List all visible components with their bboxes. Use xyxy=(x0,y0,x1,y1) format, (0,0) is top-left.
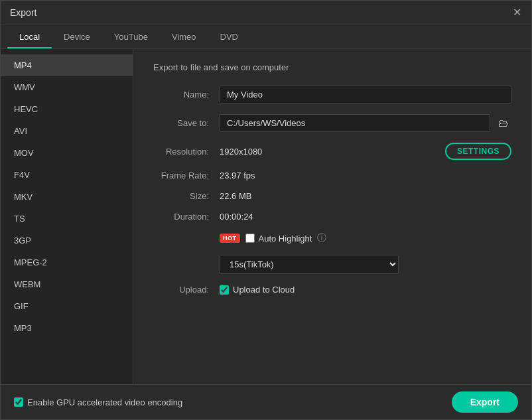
tabs-bar: Local Device YouTube Vimeo DVD xyxy=(1,25,531,49)
size-label: Size: xyxy=(153,191,220,201)
frame-rate-row: Frame Rate: 23.97 fps xyxy=(153,171,511,180)
auto-highlight-text: Auto Highlight xyxy=(259,234,312,244)
auto-highlight-row: HOT Auto Highlight ⓘ xyxy=(153,232,511,244)
gpu-encoding-text: Enable GPU accelerated video encoding xyxy=(27,397,182,407)
sidebar-item-webm[interactable]: WEBM xyxy=(1,273,133,295)
settings-button[interactable]: SETTINGS xyxy=(445,143,511,160)
dialog-title: Export xyxy=(10,7,36,18)
upload-area: Upload to Cloud xyxy=(220,285,511,295)
upload-label: Upload: xyxy=(153,285,220,295)
name-value xyxy=(220,86,511,104)
frame-rate-value: 23.97 fps xyxy=(220,171,511,180)
tab-local[interactable]: Local xyxy=(7,25,52,48)
sidebar-item-mkv[interactable]: MKV xyxy=(1,186,133,208)
auto-highlight-checkbox[interactable] xyxy=(245,234,255,243)
resolution-text: 1920x1080 xyxy=(220,147,262,157)
export-button[interactable]: Export xyxy=(452,391,518,413)
gpu-encoding-checkbox[interactable] xyxy=(14,397,23,407)
folder-button[interactable]: 🗁 xyxy=(496,116,511,131)
title-bar: Export ✕ xyxy=(1,1,531,25)
sidebar-item-wmv[interactable]: WMV xyxy=(1,76,133,98)
auto-highlight-area: HOT Auto Highlight ⓘ xyxy=(220,232,511,244)
tab-device[interactable]: Device xyxy=(52,25,102,48)
upload-cloud-checkbox[interactable] xyxy=(220,285,229,295)
sidebar-item-mov[interactable]: MOV xyxy=(1,142,133,164)
size-value: 22.6 MB xyxy=(220,191,511,201)
duration-label: Duration: xyxy=(153,212,220,222)
upload-row: Upload: Upload to Cloud xyxy=(153,285,511,295)
close-button[interactable]: ✕ xyxy=(511,7,522,18)
upload-cloud-label[interactable]: Upload to Cloud xyxy=(220,285,511,295)
gpu-encoding-label[interactable]: Enable GPU accelerated video encoding xyxy=(14,397,182,407)
tab-dvd[interactable]: DVD xyxy=(208,25,250,48)
sidebar-item-ts[interactable]: TS xyxy=(1,208,133,230)
resolution-label: Resolution: xyxy=(153,147,220,157)
sidebar-item-gif[interactable]: GIF xyxy=(1,295,133,317)
panel-title: Export to file and save on computer xyxy=(153,62,511,72)
save-to-value: 🗁 xyxy=(220,114,511,132)
sidebar: MP4 WMV HEVC AVI MOV F4V MKV TS 3GP MPEG… xyxy=(1,49,133,384)
resolution-value: 1920x1080 SETTINGS xyxy=(220,143,511,160)
sidebar-item-hevc[interactable]: HEVC xyxy=(1,98,133,120)
export-dialog: Export ✕ Local Device YouTube Vimeo DVD … xyxy=(0,0,532,420)
sidebar-item-mp3[interactable]: MP3 xyxy=(1,317,133,339)
tab-vimeo[interactable]: Vimeo xyxy=(160,25,208,48)
highlight-dropdown-row: 15s(TikTok) 30s 60s xyxy=(153,255,511,274)
size-row: Size: 22.6 MB xyxy=(153,191,511,201)
duration-row: Duration: 00:00:24 xyxy=(153,212,511,222)
save-to-label: Save to: xyxy=(153,118,220,128)
auto-highlight-checkbox-label[interactable]: Auto Highlight xyxy=(245,234,312,244)
main-panel: Export to file and save on computer Name… xyxy=(133,49,531,384)
content-area: MP4 WMV HEVC AVI MOV F4V MKV TS 3GP MPEG… xyxy=(1,49,531,384)
sidebar-item-f4v[interactable]: F4V xyxy=(1,164,133,186)
name-input[interactable] xyxy=(220,86,511,104)
help-icon[interactable]: ⓘ xyxy=(317,232,326,244)
sidebar-item-mp4[interactable]: MP4 xyxy=(1,54,133,76)
bottom-bar: Enable GPU accelerated video encoding Ex… xyxy=(1,384,531,419)
upload-cloud-text: Upload to Cloud xyxy=(233,285,295,295)
tab-youtube[interactable]: YouTube xyxy=(102,25,160,48)
sidebar-item-avi[interactable]: AVI xyxy=(1,120,133,142)
name-label: Name: xyxy=(153,90,220,100)
save-to-row: Save to: 🗁 xyxy=(153,114,511,132)
duration-value: 00:00:24 xyxy=(220,212,511,222)
sidebar-item-mpeg2[interactable]: MPEG-2 xyxy=(1,251,133,273)
frame-rate-label: Frame Rate: xyxy=(153,171,220,180)
name-row: Name: xyxy=(153,86,511,104)
resolution-row: Resolution: 1920x1080 SETTINGS xyxy=(153,143,511,160)
sidebar-item-3gp[interactable]: 3GP xyxy=(1,230,133,251)
highlight-dropdown[interactable]: 15s(TikTok) 30s 60s xyxy=(220,255,399,274)
hot-badge: HOT xyxy=(220,234,240,243)
save-to-input[interactable] xyxy=(220,114,490,132)
